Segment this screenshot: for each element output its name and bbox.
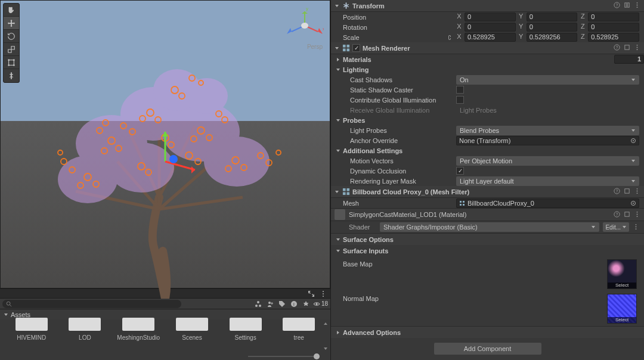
svg-point-63 xyxy=(169,155,178,163)
rotation-z-field[interactable]: 0 xyxy=(588,23,639,32)
asset-item[interactable]: tree xyxy=(279,319,318,341)
thumbnail-size-slider[interactable] xyxy=(0,353,330,360)
rotation-x-field[interactable]: 0 xyxy=(465,23,516,32)
asset-item[interactable]: HIVEMIND xyxy=(12,319,51,341)
add-component-button[interactable]: Add Component xyxy=(434,343,541,355)
svg-point-4 xyxy=(13,64,15,66)
svg-point-93 xyxy=(633,140,634,141)
position-y-field[interactable]: 0 xyxy=(527,13,578,21)
preset-icon[interactable] xyxy=(624,2,630,10)
help-icon[interactable]: ? xyxy=(614,211,620,219)
hierarchy-icon[interactable] xyxy=(253,299,263,309)
cast-shadows-dropdown[interactable]: On xyxy=(456,75,639,85)
add-person-icon[interactable] xyxy=(265,299,275,309)
preset-icon[interactable] xyxy=(624,211,630,219)
star-icon[interactable] xyxy=(301,299,311,309)
assets-header[interactable]: Assets xyxy=(0,309,330,319)
scale-z-field[interactable]: 0.528925 xyxy=(588,33,639,42)
rotation-y-field[interactable]: 0 xyxy=(527,23,578,32)
mesh-renderer-header[interactable]: Mesh Renderer ? xyxy=(331,42,644,54)
mesh-filter-header[interactable]: Billboard Cloud Proxy_0 (Mesh Filter) ? xyxy=(331,186,644,198)
scale-y-field[interactable]: 0.5289256 xyxy=(527,33,578,42)
constrain-proportions-icon[interactable] xyxy=(445,34,454,41)
svg-rect-96 xyxy=(342,192,345,195)
search-input[interactable] xyxy=(2,300,181,308)
transform-header[interactable]: Transform ? xyxy=(331,0,644,12)
base-map-label: Base Map xyxy=(343,259,607,289)
preset-icon[interactable] xyxy=(624,188,630,195)
scene-toolbar: i 18 xyxy=(0,298,330,309)
svg-point-116 xyxy=(636,224,637,225)
help-icon[interactable]: ? xyxy=(614,188,620,195)
svg-rect-94 xyxy=(342,188,345,191)
svg-point-102 xyxy=(637,191,638,192)
svg-text:?: ? xyxy=(616,212,618,216)
svg-point-114 xyxy=(637,213,638,215)
scale-tool-button[interactable] xyxy=(4,43,19,56)
rotate-tool-button[interactable] xyxy=(4,30,19,43)
material-title: SimplygonCastMaterial_LOD1 (Material) xyxy=(349,211,610,218)
visible-count[interactable]: 18 xyxy=(313,300,328,308)
svg-point-42 xyxy=(61,159,67,165)
shader-dropdown[interactable]: Shader Graphs/Impostor (Basic) xyxy=(380,222,599,232)
svg-text:x: x xyxy=(323,26,324,32)
more-icon[interactable] xyxy=(634,188,640,195)
move-tool-button[interactable] xyxy=(4,17,19,30)
probes-foldout[interactable]: Probes xyxy=(331,115,644,125)
asset-item[interactable]: Settings xyxy=(226,319,265,341)
svg-point-21 xyxy=(186,78,228,114)
scene-object-tree[interactable] xyxy=(22,36,308,299)
svg-point-66 xyxy=(323,296,324,297)
preset-icon[interactable] xyxy=(624,44,630,52)
normal-map-label: Normal Map xyxy=(343,294,607,324)
scrollbar[interactable] xyxy=(323,322,328,350)
more-icon[interactable] xyxy=(634,44,640,52)
asset-item[interactable]: Scenes xyxy=(172,319,212,341)
base-map-texture-slot[interactable]: Select xyxy=(607,259,637,289)
mesh-field[interactable]: BillboardCloudProxy_0 xyxy=(456,198,639,208)
normal-map-texture-slot[interactable]: Select xyxy=(607,294,637,324)
anchor-override-field[interactable]: None (Transform) xyxy=(456,136,639,145)
light-probes-dropdown[interactable]: Blend Probes xyxy=(456,126,639,135)
help-icon[interactable]: ? xyxy=(614,44,620,52)
asset-item[interactable]: MeshingnStudio xyxy=(119,319,158,341)
tag-icon[interactable] xyxy=(277,299,287,309)
additional-settings-foldout[interactable]: Additional Settings xyxy=(331,145,644,156)
edit-shader-button[interactable]: Edit... xyxy=(603,222,629,232)
more-icon[interactable] xyxy=(634,211,640,219)
rect-tool-button[interactable] xyxy=(4,56,19,69)
more-icon[interactable] xyxy=(634,2,640,10)
material-header[interactable]: SimplygonCastMaterial_LOD1 (Material) ? xyxy=(331,208,644,221)
lighting-foldout[interactable]: Lighting xyxy=(331,64,644,75)
contribute-gi-checkbox[interactable] xyxy=(456,96,464,104)
svg-rect-107 xyxy=(463,204,465,206)
transform-tool-button[interactable] xyxy=(4,69,19,82)
static-shadow-checkbox[interactable] xyxy=(456,86,464,94)
svg-point-115 xyxy=(637,216,638,217)
hand-tool-button[interactable] xyxy=(4,4,19,17)
object-picker-icon[interactable] xyxy=(629,136,637,145)
advanced-options-foldout[interactable]: Advanced Options xyxy=(331,326,644,338)
motion-vectors-dropdown[interactable]: Per Object Motion xyxy=(456,156,639,166)
scale-x-field[interactable]: 0.528925 xyxy=(465,33,516,42)
position-x-field[interactable]: 0 xyxy=(465,13,516,21)
object-picker-icon[interactable] xyxy=(629,199,637,207)
dynamic-occlusion-checkbox[interactable] xyxy=(456,167,464,175)
svg-point-117 xyxy=(636,226,637,227)
rendering-layer-mask-dropdown[interactable]: Light Layer default xyxy=(456,176,639,186)
materials-foldout[interactable]: Materials1 xyxy=(331,54,644,64)
asset-item[interactable]: LOD xyxy=(66,319,105,341)
position-z-field[interactable]: 0 xyxy=(588,13,639,21)
surface-options-foldout[interactable]: Surface Options xyxy=(331,233,644,245)
transform-title: Transform xyxy=(352,2,611,10)
mesh-filter-title: Billboard Cloud Proxy_0 (Mesh Filter) xyxy=(352,188,611,195)
help-icon[interactable]: ? xyxy=(614,2,620,10)
menu-icon[interactable] xyxy=(318,289,328,299)
surface-inputs-foldout[interactable]: Surface Inputs xyxy=(331,245,644,257)
mesh-renderer-enabled-checkbox[interactable] xyxy=(352,44,360,52)
more-icon[interactable] xyxy=(633,224,639,231)
transform-icon xyxy=(342,2,350,10)
scene-view[interactable]: x y Persp xyxy=(0,0,330,288)
info-icon[interactable]: i xyxy=(289,299,299,309)
materials-count-field[interactable]: 1 xyxy=(614,55,644,64)
